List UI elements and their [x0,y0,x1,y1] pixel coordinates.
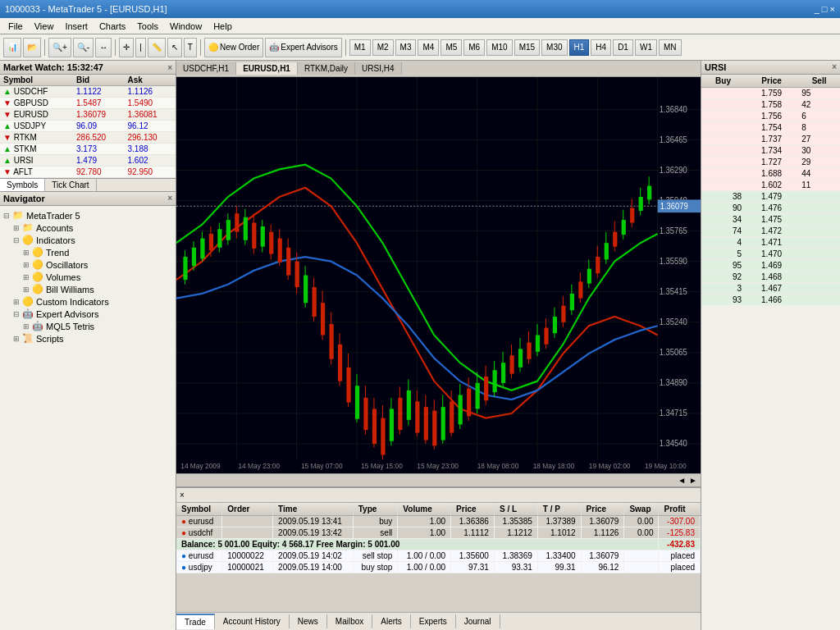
tab-alerts[interactable]: Alerts [372,614,411,628]
tab-experts[interactable]: Experts [411,614,456,628]
chart-tab-usdchf[interactable]: USDCHF,H1 [176,62,236,75]
tf-h4[interactable]: H4 [591,39,611,56]
tf-m6[interactable]: M6 [463,39,485,56]
tab-trade[interactable]: Trade [176,614,215,629]
nav-item[interactable]: ⊞📁Accounts [3,221,172,234]
mw-tab-symbols[interactable]: Symbols [0,179,45,191]
trade-col-tp: T / P [537,503,581,516]
toolbar-scroll[interactable]: ↔ [95,38,112,57]
toolbar-open[interactable]: 📂 [23,38,41,57]
tf-m30[interactable]: M30 [541,39,567,56]
tf-d1[interactable]: D1 [613,39,633,56]
ursi-row: 1.60211 [701,180,840,191]
ursi-col-price: Price [745,75,798,88]
menu-view[interactable]: View [30,21,59,32]
nav-item[interactable]: ⊟🟡Indicators [3,234,172,246]
menu-bar: File View Insert Charts Tools Window Hel… [0,18,840,34]
close-bottom-icon[interactable]: × [180,491,185,500]
nav-item[interactable]: ⊟📁MetaTrader 5 [3,209,172,221]
menu-insert[interactable]: Insert [60,21,93,32]
toolbar-line[interactable]: 📏 [148,38,166,57]
ursi-title: URSI [705,62,726,72]
tf-m3[interactable]: M3 [395,39,417,56]
menu-charts[interactable]: Charts [94,21,130,32]
new-order-button[interactable]: 🟡 New Order [204,38,263,57]
mw-col-ask: Ask [125,75,176,86]
menu-window[interactable]: Window [165,21,207,32]
mw-tab-tick[interactable]: Tick Chart [45,179,96,191]
tab-account-history[interactable]: Account History [215,614,290,628]
toolbar-crosshair[interactable]: ✛ [119,38,134,57]
market-watch-row[interactable]: ▼ EURUSD1.360791.36081 [0,109,176,121]
market-watch-row[interactable]: ▼ RTKM286.520296.130 [0,132,176,144]
tf-w1[interactable]: W1 [635,39,657,56]
navigator-close[interactable]: × [167,194,172,203]
market-watch-rows: ▲ USDCHF1.11221.1126▼ GBPUSD1.54871.5490… [0,86,176,178]
chart-tab-ursi[interactable]: URSI,H4 [355,62,401,75]
market-watch-row[interactable]: ▲ URSI1.4791.602 [0,155,176,167]
nav-item[interactable]: ⊞🟡Trend [3,246,172,258]
svg-text:14 May 2009: 14 May 2009 [180,462,221,470]
toolbar-arrow[interactable]: ↖ [167,38,182,57]
trade-row[interactable]: ● eurusd 2009.05.19 13:41 buy 1.00 1.363… [176,516,701,527]
right-panel: URSI × Buy Price Sell 1.759951.758421.75… [701,61,840,630]
tf-m10[interactable]: M10 [486,39,512,56]
nav-item[interactable]: ⊞🟡Bill Williams [3,283,172,295]
nav-item[interactable]: ⊞🟡Volumes [3,271,172,283]
tf-h1[interactable]: H1 [569,39,590,56]
toolbar-zoom-out[interactable]: 🔍- [73,38,94,57]
menu-help[interactable]: Help [208,21,237,32]
left-panel: Market Watch: 15:32:47 × Symbol Bid Ask … [0,61,176,630]
expert-advisors-button[interactable]: 🤖 Expert Advisors [265,38,341,57]
market-watch-row[interactable]: ▲ USDCHF1.11221.1126 [0,86,176,98]
chart-svg: 1.36840 1.36465 1.36290 1.35940 1.35765 … [176,77,701,473]
ursi-row: 921.468 [701,272,840,283]
tf-m2[interactable]: M2 [372,39,394,56]
trade-col-symbol: Symbol [176,503,222,516]
svg-rect-67 [278,239,282,262]
tab-journal[interactable]: Journal [456,614,500,628]
market-watch-close[interactable]: × [167,63,172,72]
svg-text:1.34715: 1.34715 [660,409,688,418]
trade-row[interactable]: ● usdjpy 10000021 2009.05.19 14:00 buy s… [176,562,701,573]
window-controls: _ □ × [815,4,835,14]
market-watch-row[interactable]: ▲ STKM3.1733.188 [0,144,176,155]
tab-mailbox[interactable]: Mailbox [327,614,372,628]
toolbar-text[interactable]: T [184,38,197,57]
chart-tab-eurusd[interactable]: EURUSD,H1 [236,62,298,75]
trade-col-time: Time [273,503,354,516]
scroll-right-button[interactable]: ► [689,476,697,485]
toolbar-new-chart[interactable]: 📊 [3,38,21,57]
nav-item[interactable]: ⊞🟡Oscillators [3,258,172,271]
ursi-close[interactable]: × [832,62,837,72]
toolbar-period-sep[interactable]: | [135,38,146,57]
maximize-button[interactable]: □ [822,4,828,14]
market-watch-row[interactable]: ▼ GBPUSD1.54871.5490 [0,98,176,109]
nav-item[interactable]: ⊞🤖MQL5 Tetris [3,320,172,332]
menu-tools[interactable]: Tools [132,21,163,32]
nav-item[interactable]: ⊟🤖Expert Advisors [3,308,172,320]
tab-news[interactable]: News [290,614,327,628]
market-watch-row[interactable]: ▲ USDJPY96.0996.12 [0,121,176,132]
trade-row[interactable]: Balance: 5 001.00 Equity: 4 568.17 Free … [176,539,701,550]
market-watch-row[interactable]: ▼ AFLT92.78092.950 [0,167,176,178]
nav-item[interactable]: ⊞🟡Custom Indicators [3,295,172,308]
tf-m1[interactable]: M1 [349,39,371,56]
tf-m4[interactable]: M4 [418,39,439,56]
menu-file[interactable]: File [3,21,28,32]
tf-m15[interactable]: M15 [514,39,540,56]
trade-row[interactable]: ● usdchf 2009.05.19 13:42 sell 1.00 1.11… [176,527,701,539]
tf-mn[interactable]: MN [659,39,682,56]
toolbar-zoom-in[interactable]: 🔍+ [48,38,71,57]
minimize-button[interactable]: _ [815,4,819,14]
chart-canvas[interactable]: 1.36840 1.36465 1.36290 1.35940 1.35765 … [176,77,701,473]
trade-table-wrap: Symbol Order Time Type Volume Price S / … [176,503,701,612]
tf-m5[interactable]: M5 [441,39,462,56]
chart-tab-rtkm[interactable]: RTKM,Daily [298,62,355,75]
svg-text:18 May 18:00: 18 May 18:00 [533,462,575,470]
nav-item[interactable]: ⊞📜Scripts [3,332,172,345]
close-button[interactable]: × [830,4,835,14]
scroll-left-button[interactable]: ◄ [678,476,686,485]
ursi-col-buy: Buy [701,75,745,88]
trade-row[interactable]: ● eurusd 10000022 2009.05.19 14:02 sell … [176,550,701,562]
